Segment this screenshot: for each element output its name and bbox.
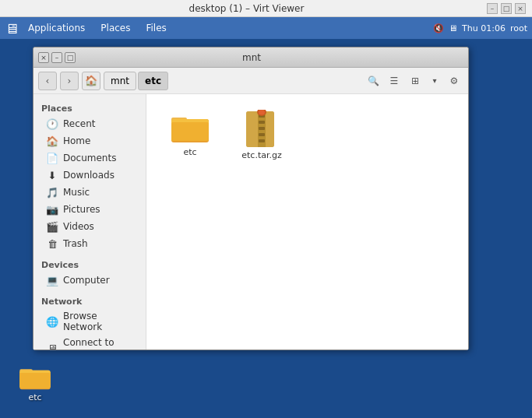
desktop-icon-etc-label: etc: [28, 392, 41, 402]
sidebar-item-downloads[interactable]: ⬇ Downloads: [33, 167, 146, 184]
fm-controls[interactable]: × – □: [38, 52, 76, 63]
maximize-button[interactable]: □: [501, 3, 512, 14]
sidebar-item-trash[interactable]: 🗑 Trash: [33, 235, 146, 252]
fm-sidebar: Places 🕐 Recent 🏠 Home 📄 Documents ⬇ Dow…: [33, 94, 146, 350]
network-header: Network: [33, 293, 146, 308]
sidebar-label-videos: Videos: [63, 221, 94, 232]
svg-rect-11: [259, 139, 265, 142]
fm-titlebar: × – □ mnt: [33, 47, 468, 68]
sidebar-item-recent[interactable]: 🕐 Recent: [33, 115, 146, 132]
sidebar-item-videos[interactable]: 🎬 Videos: [33, 218, 146, 235]
breadcrumb-etc[interactable]: etc: [138, 72, 168, 90]
sidebar-label-pictures: Pictures: [63, 204, 100, 215]
sidebar-label-computer: Computer: [63, 275, 110, 286]
title-bar: desktop (1) – Virt Viewer – □ ×: [0, 0, 532, 17]
documents-icon: 📄: [46, 152, 58, 164]
fm-toolbar: ‹ › 🏠 mnt etc 🔍 ☰ ⊞ ▾ ⚙: [33, 68, 468, 94]
sidebar-item-pictures[interactable]: 📷 Pictures: [33, 201, 146, 218]
file-item-archive[interactable]: etc.tar.gz: [231, 107, 293, 163]
sidebar-item-music[interactable]: 🎵 Music: [33, 184, 146, 201]
svg-rect-10: [259, 133, 265, 136]
user-display: root: [510, 23, 527, 33]
fm-title: mnt: [76, 52, 428, 63]
time-display: Thu 01:06: [462, 23, 506, 33]
view-dropdown[interactable]: ▾: [427, 72, 442, 90]
sidebar-item-documents[interactable]: 📄 Documents: [33, 149, 146, 167]
list-view-button[interactable]: ☰: [385, 72, 403, 90]
connect-server-icon: 🖥: [46, 342, 58, 350]
back-button[interactable]: ‹: [38, 72, 57, 90]
sidebar-item-browse-network[interactable]: 🌐 Browse Network: [33, 308, 146, 335]
devices-header: Devices: [33, 257, 146, 272]
pictures-icon: 📷: [46, 203, 58, 216]
folder-icon-etc: [170, 110, 210, 144]
file-manager-window: × – □ mnt ‹ › 🏠 mnt etc 🔍 ☰ ⊞ ▾ ⚙: [33, 47, 469, 350]
desktop-toolbar-right: 🔇 🖥 Thu 01:06 root: [433, 23, 527, 33]
videos-icon: 🎬: [46, 220, 58, 233]
svg-rect-17: [19, 373, 50, 388]
sidebar-label-recent: Recent: [63, 118, 95, 129]
sidebar-item-computer[interactable]: 💻 Computer: [33, 272, 146, 289]
search-button[interactable]: 🔍: [364, 72, 382, 90]
places-header: Places: [33, 100, 146, 115]
desktop-icon-etc[interactable]: etc: [8, 363, 62, 402]
music-icon: 🎵: [46, 186, 58, 198]
fm-content: Places 🕐 Recent 🏠 Home 📄 Documents ⬇ Dow…: [33, 94, 468, 350]
breadcrumb-mnt[interactable]: mnt: [104, 72, 136, 90]
settings-button[interactable]: ⚙: [445, 72, 463, 90]
menu-places[interactable]: Places: [94, 20, 136, 36]
app-logo-icon: 🖥: [5, 20, 19, 37]
svg-rect-8: [259, 121, 265, 124]
sidebar-item-connect-to-server[interactable]: 🖥 Connect to Server: [33, 335, 146, 350]
fm-close-button[interactable]: ×: [38, 52, 49, 63]
sidebar-label-downloads: Downloads: [63, 170, 115, 181]
archive-icon: [243, 110, 280, 147]
computer-icon: 💻: [46, 274, 58, 286]
menu-files[interactable]: Files: [139, 20, 172, 36]
trash-icon: 🗑: [46, 237, 58, 250]
forward-button[interactable]: ›: [60, 72, 79, 90]
grid-view-button[interactable]: ⊞: [406, 72, 425, 90]
speaker-icon[interactable]: 🔇: [433, 23, 444, 33]
network-icon[interactable]: 🖥: [449, 23, 457, 33]
sidebar-label-trash: Trash: [63, 238, 88, 249]
sidebar-label-home: Home: [63, 135, 90, 146]
sidebar-label-documents: Documents: [63, 153, 116, 163]
recent-icon: 🕐: [46, 118, 58, 130]
sidebar-label-browse-network: Browse Network: [63, 311, 138, 332]
desktop-area: × – □ mnt ‹ › 🏠 mnt etc 🔍 ☰ ⊞ ▾ ⚙: [0, 39, 532, 418]
window-title: desktop (1) – Virt Viewer: [6, 3, 487, 14]
sidebar-label-music: Music: [63, 187, 90, 198]
svg-rect-3: [171, 122, 209, 141]
fm-maximize-button[interactable]: □: [65, 52, 76, 63]
desktop-toolbar: 🖥 Applications Places Files 🔇 🖥 Thu 01:0…: [0, 17, 532, 39]
svg-rect-9: [259, 127, 265, 130]
file-label-archive: etc.tar.gz: [241, 150, 281, 160]
sidebar-item-home[interactable]: 🏠 Home: [33, 132, 146, 149]
location-bar: mnt etc: [104, 72, 361, 90]
home-button[interactable]: 🏠: [82, 72, 100, 90]
downloads-icon: ⬇: [46, 169, 58, 181]
window-controls[interactable]: – □ ×: [487, 3, 526, 14]
fm-files-area: etc: [146, 94, 468, 350]
minimize-button[interactable]: –: [487, 3, 498, 14]
home-icon: 🏠: [46, 135, 58, 147]
close-button[interactable]: ×: [515, 3, 526, 14]
menu-applications[interactable]: Applications: [22, 20, 91, 36]
fm-toolbar-right: 🔍 ☰ ⊞ ▾ ⚙: [364, 72, 463, 90]
browse-network-icon: 🌐: [46, 315, 58, 328]
file-label-etc-folder: etc: [183, 147, 196, 157]
sidebar-label-connect-to-server: Connect to Server: [63, 337, 138, 350]
file-item-etc-folder[interactable]: etc: [159, 107, 221, 163]
fm-minimize-button[interactable]: –: [51, 52, 62, 63]
